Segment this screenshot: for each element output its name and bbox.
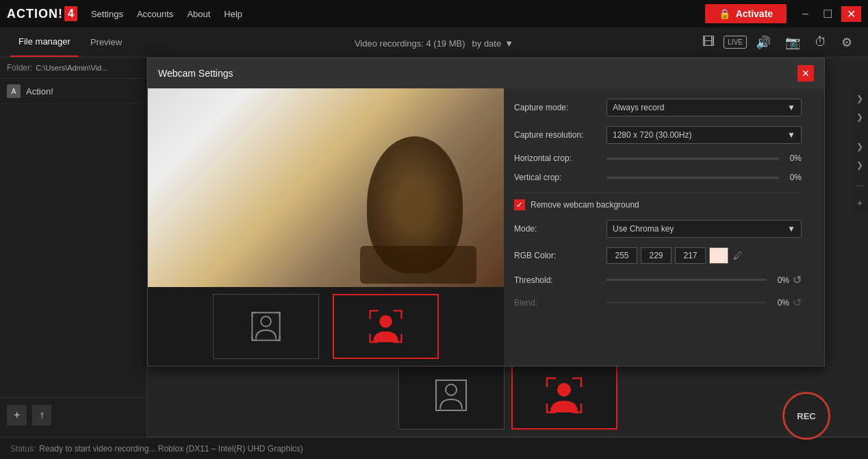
nav-about[interactable]: About — [187, 6, 210, 22]
film-icon-button[interactable]: 🎞 — [697, 32, 720, 53]
mode-chevron-icon: ▼ — [787, 224, 795, 234]
capture-mode-value: Always record — [613, 103, 664, 112]
capture-resolution-value: 1280 x 720 (30.00Hz) — [613, 130, 691, 140]
logo-text: ACTION! — [7, 7, 63, 21]
nav-settings[interactable]: Settings — [91, 6, 123, 22]
toolbar-icons: 🎞 LIVE 🔊 📷 ⏱ ⚙ — [697, 32, 858, 53]
horizontal-crop-slider[interactable] — [607, 158, 779, 160]
nav-menu: Settings Accounts About Help — [91, 6, 242, 22]
recordings-count: Video recordings: 4 (19 MB) — [355, 38, 465, 49]
tab-preview[interactable]: Preview — [82, 27, 130, 57]
dialog-close-button[interactable]: ✕ — [797, 65, 814, 82]
maximize-button[interactable]: ☐ — [817, 6, 838, 22]
capture-resolution-label: Capture resolution: — [514, 130, 603, 140]
activate-label: Activate — [736, 8, 773, 19]
nav-accounts[interactable]: Accounts — [137, 6, 173, 22]
blend-label: Blend: — [514, 298, 603, 308]
vertical-crop-slider-container — [607, 177, 779, 179]
nav-help[interactable]: Help — [224, 6, 242, 22]
logo: ACTION! 4 — [7, 6, 77, 21]
dialog-preview-area — [148, 88, 504, 366]
svg-point-4 — [261, 317, 271, 327]
titlebar: ACTION! 4 Settings Accounts About Help 🔒… — [0, 0, 868, 27]
capture-mode-row: Capture mode: Always record ▼ — [514, 99, 802, 116]
rgb-g-input[interactable] — [641, 247, 672, 264]
webcam-live-preview — [148, 88, 504, 287]
horizontal-crop-slider-container — [607, 158, 779, 160]
titlebar-right: 🔒 Activate – ☐ ✕ — [705, 4, 861, 23]
sort-dropdown[interactable]: by date ▼ — [472, 38, 514, 49]
blend-slider-container — [607, 301, 767, 303]
recordings-info: Video recordings: 4 (19 MB) by date ▼ — [355, 38, 513, 49]
activate-button[interactable]: 🔒 Activate — [705, 4, 787, 23]
capture-mode-dropdown[interactable]: Always record ▼ — [607, 99, 802, 116]
dialog-thumb-row — [148, 287, 504, 366]
threshold-reset-button[interactable]: ↺ — [793, 273, 802, 286]
settings-icon-button[interactable]: ⚙ — [836, 32, 858, 53]
minimize-button[interactable]: – — [797, 6, 814, 22]
logo-number: 4 — [64, 6, 77, 21]
vertical-crop-label: Vertical crop: — [514, 173, 603, 182]
screenshot-icon-button[interactable]: 📷 — [780, 32, 806, 53]
dialog-header: Webcam Settings ✕ — [148, 58, 824, 88]
tabbar: File manager Preview Video recordings: 4… — [0, 27, 868, 58]
dialog-thumb-red[interactable] — [333, 294, 439, 359]
threshold-row: Threshold: 0% ↺ — [514, 273, 802, 286]
remove-bg-row: ✓ Remove webcam background — [514, 199, 802, 210]
blend-reset-button[interactable]: ↺ — [793, 296, 802, 309]
main-content: Folder: C:\Users\Admin\Vid... A Action! … — [0, 58, 868, 459]
capture-resolution-row: Capture resolution: 1280 x 720 (30.00Hz)… — [514, 126, 802, 144]
thumb-person-outline-icon — [247, 308, 285, 345]
horizontal-crop-value: 0% — [782, 153, 802, 163]
horizontal-crop-label: Horizontal crop: — [514, 153, 603, 163]
body-silhouette — [360, 246, 476, 284]
mode-value: Use Chroma key — [613, 224, 674, 234]
dialog-title: Webcam Settings — [158, 68, 233, 79]
dialog-content: Capture mode: Always record ▼ Capture re… — [148, 88, 824, 366]
remove-bg-label: Remove webcam background — [531, 200, 639, 210]
titlebar-left: ACTION! 4 Settings Accounts About Help — [7, 6, 242, 22]
rgb-inputs: 🖊 — [607, 247, 744, 264]
threshold-slider[interactable] — [607, 279, 767, 281]
capture-mode-chevron-icon: ▼ — [787, 103, 795, 112]
lock-icon: 🔒 — [719, 8, 730, 19]
sort-chevron-icon: ▼ — [505, 38, 513, 49]
rgb-color-row: RGB Color: 🖊 — [514, 247, 802, 264]
thumb-person-red-icon — [367, 308, 405, 345]
blend-slider[interactable] — [607, 301, 767, 303]
live-icon-button[interactable]: LIVE — [724, 36, 747, 49]
mode-label: Mode: — [514, 224, 603, 234]
audio-icon-button[interactable]: 🔊 — [750, 32, 776, 53]
clock-icon-button[interactable]: ⏱ — [809, 32, 832, 53]
capture-resolution-dropdown[interactable]: 1280 x 720 (30.00Hz) ▼ — [607, 126, 802, 144]
threshold-label: Threshold: — [514, 275, 603, 285]
blend-value: 0% — [770, 298, 789, 308]
dialog-thumb-outline[interactable] — [213, 294, 319, 359]
mode-row: Mode: Use Chroma key ▼ — [514, 220, 802, 238]
svg-point-5 — [379, 315, 392, 327]
rgb-b-input[interactable] — [675, 247, 706, 264]
capture-mode-label: Capture mode: — [514, 103, 603, 112]
rgb-color-label: RGB Color: — [514, 251, 603, 260]
settings-divider-1 — [514, 192, 802, 193]
webcam-settings-dialog: Webcam Settings ✕ — [147, 58, 825, 367]
remove-bg-checkbox[interactable]: ✓ — [514, 199, 525, 210]
sort-label: by date — [472, 38, 502, 49]
rgb-r-input[interactable] — [607, 247, 637, 264]
checkmark-icon: ✓ — [516, 200, 523, 210]
eyedropper-icon-button[interactable]: 🖊 — [732, 249, 744, 262]
tabs: File manager Preview — [10, 27, 130, 57]
window-controls: – ☐ ✕ — [797, 6, 861, 22]
blend-row: Blend: 0% ↺ — [514, 296, 802, 309]
close-button[interactable]: ✕ — [841, 6, 861, 22]
vertical-crop-value: 0% — [782, 173, 802, 182]
vertical-crop-row: Vertical crop: 0% — [514, 173, 802, 182]
color-swatch[interactable] — [709, 247, 728, 264]
mode-dropdown[interactable]: Use Chroma key ▼ — [607, 220, 802, 238]
threshold-slider-container — [607, 279, 767, 281]
tab-file-manager[interactable]: File manager — [10, 27, 79, 57]
dialog-overlay: Webcam Settings ✕ — [0, 58, 868, 459]
horizontal-crop-row: Horizontal crop: 0% — [514, 153, 802, 163]
vertical-crop-slider[interactable] — [607, 177, 779, 179]
capture-res-chevron-icon: ▼ — [787, 130, 795, 140]
